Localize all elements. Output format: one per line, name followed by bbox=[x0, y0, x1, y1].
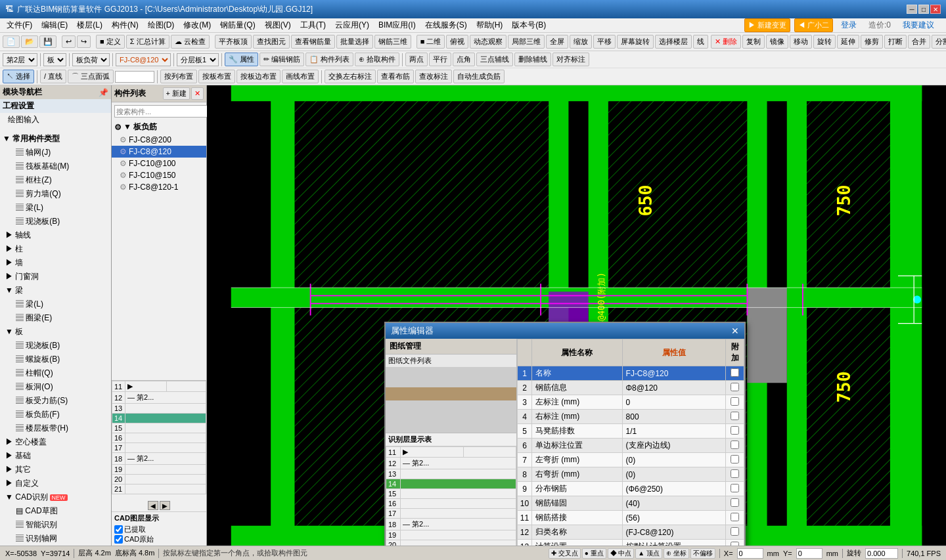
sidebar-item-raft[interactable]: ▤ 筏板基础(M) bbox=[0, 160, 111, 173]
screen-rotate-btn[interactable]: 屏幕旋转 bbox=[617, 35, 654, 49]
sidebar-item-settings[interactable]: 工程设置 bbox=[0, 99, 111, 113]
2d-btn[interactable]: ■ 二维 bbox=[417, 35, 445, 49]
sidebar-item-ring-beam[interactable]: ▤ 圈梁(E) bbox=[0, 311, 111, 325]
del-aux-btn[interactable]: 删除辅线 bbox=[514, 53, 551, 66]
prop-row-2[interactable]: 2 钢筋信息 Φ8@120 bbox=[518, 381, 744, 395]
select-mode-btn[interactable]: ↖ 选择 bbox=[3, 70, 34, 83]
property-btn[interactable]: 🔧 属性 bbox=[225, 53, 258, 66]
comp-item-c10-150[interactable]: ⚙ FJ-C10@150 bbox=[112, 169, 206, 181]
sidebar-item-other[interactable]: ▶ 其它 bbox=[0, 463, 111, 477]
attach-5[interactable] bbox=[731, 426, 739, 435]
minimize-button[interactable]: ─ bbox=[907, 5, 917, 14]
delete-icon-btn[interactable]: ✕ 删除 bbox=[711, 35, 741, 49]
rotate-input[interactable] bbox=[865, 548, 898, 559]
prop-row-5[interactable]: 5 马凳筋排数 1/1 bbox=[518, 424, 744, 439]
comp-item-c8-120[interactable]: ⚙ FJ-C8@120 bbox=[112, 146, 206, 158]
sidebar-item-cad[interactable]: ▼ CAD识别 NEW bbox=[0, 490, 111, 504]
sidebar-item-axis[interactable]: ▤ 轴网(J) bbox=[0, 146, 111, 160]
sidebar-item-beam-section[interactable]: ▼ 梁 bbox=[0, 284, 111, 297]
zoom-btn[interactable]: 缩放 bbox=[570, 35, 592, 49]
prop-row-8[interactable]: 8 右弯折 (mm) (0) bbox=[518, 467, 744, 482]
trim-btn[interactable]: 修剪 bbox=[861, 35, 883, 49]
sidebar-item-common[interactable]: ▼ 常用构件类型 bbox=[0, 132, 111, 146]
prop-row-13[interactable]: 13 计算设置 按默认计算设置 bbox=[518, 540, 744, 546]
comp-item-c8-200[interactable]: ⚙ FJ-C8@200 bbox=[112, 134, 206, 146]
comp-name-select[interactable]: FJ-C8@120 bbox=[116, 53, 171, 66]
menu-steel[interactable]: 钢筋量(Q) bbox=[216, 18, 259, 32]
pan-btn[interactable]: 平移 bbox=[593, 35, 616, 49]
sidebar-item-cast-slab[interactable]: ▤ 现浇板(B) bbox=[0, 339, 111, 353]
sidebar-item-neg-bar[interactable]: ▤ 板负筋(F) bbox=[0, 408, 111, 421]
line-mode-btn[interactable]: / 直线 bbox=[40, 70, 66, 83]
menu-component[interactable]: 构件(N) bbox=[108, 18, 143, 32]
find-elem-btn[interactable]: 查找图元 bbox=[253, 35, 290, 49]
attach-7[interactable] bbox=[731, 455, 739, 463]
attach-13[interactable] bbox=[731, 542, 739, 546]
sidebar-item-recog-axis[interactable]: ▤ 识别轴网 bbox=[0, 532, 111, 546]
sidebar-item-wall-section[interactable]: ▶ 墙 bbox=[0, 256, 111, 270]
cad-original-check[interactable] bbox=[114, 535, 123, 544]
undo-btn[interactable]: ↩ bbox=[62, 35, 76, 48]
prop-row-10[interactable]: 10 钢筋锚固 (40) bbox=[518, 496, 744, 511]
already-extracted-check[interactable] bbox=[114, 525, 123, 534]
define-btn[interactable]: ■ 定义 bbox=[96, 35, 125, 49]
snap-node-btn[interactable]: ● 重点 bbox=[582, 548, 606, 559]
parallel-btn[interactable]: 平行 bbox=[429, 53, 451, 66]
snap-top-btn[interactable]: ▲ 顶点 bbox=[635, 548, 662, 559]
copy-btn[interactable]: 复制 bbox=[742, 35, 765, 49]
menu-version[interactable]: 版本号(B) bbox=[508, 18, 550, 32]
sidebar-item-shear[interactable]: ▤ 剪力墙(Q) bbox=[0, 187, 111, 201]
coord-x-input[interactable] bbox=[737, 548, 763, 559]
subtype-select[interactable]: 板负荷 bbox=[72, 53, 110, 66]
sidebar-item-col-cap[interactable]: ▤ 柱帽(Q) bbox=[0, 366, 111, 380]
edit-steel-btn[interactable]: ✏ 编辑钢筋 bbox=[259, 53, 304, 66]
new-change-btn[interactable]: ▶ 新建变更 bbox=[744, 18, 790, 32]
line-btn[interactable]: 线 bbox=[693, 35, 708, 49]
menu-draw[interactable]: 绘图(D) bbox=[144, 18, 179, 32]
view-note-btn[interactable]: 查改标注 bbox=[415, 70, 452, 83]
sidebar-item-foundation[interactable]: ▶ 基础 bbox=[0, 449, 111, 463]
sidebar-item-board-section[interactable]: ▼ 板 bbox=[0, 325, 111, 339]
new-btn[interactable]: 📄 bbox=[3, 35, 20, 48]
by-col-btn[interactable]: 按列布置 bbox=[160, 70, 197, 83]
select-layer-btn[interactable]: 选择楼层 bbox=[655, 35, 692, 49]
del-comp-btn[interactable]: ✕ bbox=[191, 87, 204, 100]
drawing-area[interactable]: 650 750 650 750 C8@400(附加) bbox=[207, 85, 946, 546]
align-note-btn[interactable]: 对齐标注 bbox=[552, 53, 589, 66]
steel3d-btn[interactable]: 钢筋三维 bbox=[374, 35, 411, 49]
snap-cross-btn[interactable]: ✚ 交叉点 bbox=[549, 548, 581, 559]
view-steel-btn[interactable]: 查看钢筋量 bbox=[291, 35, 335, 49]
two-point-btn[interactable]: 两点 bbox=[405, 53, 428, 66]
attach-1[interactable] bbox=[731, 368, 739, 377]
sidebar-item-smart-recog[interactable]: ▤ 智能识别 bbox=[0, 518, 111, 532]
gd-two-btn[interactable]: ◀ 广小二 bbox=[794, 18, 833, 32]
prop-row-9[interactable]: 9 分布钢筋 (Φ6@250) bbox=[518, 482, 744, 496]
sidebar-item-hollow[interactable]: ▶ 空心楼盖 bbox=[0, 435, 111, 449]
cut-btn[interactable]: 打断 bbox=[884, 35, 907, 49]
line-input[interactable] bbox=[115, 71, 154, 83]
menu-cloud[interactable]: 云应用(Y) bbox=[331, 18, 373, 32]
prop-row-11[interactable]: 11 钢筋搭接 (56) bbox=[518, 511, 744, 525]
prop-row-12[interactable]: 12 归类名称 (FJ-C8@120) bbox=[518, 525, 744, 540]
arc-mode-btn[interactable]: ⌒ 三点面弧 bbox=[68, 70, 114, 83]
attach-6[interactable] bbox=[731, 441, 739, 449]
mirror-btn[interactable]: 镜像 bbox=[766, 35, 788, 49]
redo-btn[interactable]: ↪ bbox=[77, 35, 91, 48]
auto-neg-btn[interactable]: 自动生成负筋 bbox=[453, 70, 505, 83]
extend-btn[interactable]: 延伸 bbox=[837, 35, 859, 49]
comp-item-c8-120-1[interactable]: ⚙ FJ-C8@120-1 bbox=[112, 181, 206, 193]
sidebar-item-slab[interactable]: ▤ 现浇板(B) bbox=[0, 215, 111, 228]
prop-row-4[interactable]: 4 右标注 (mm) 800 bbox=[518, 410, 744, 424]
save-btn[interactable]: 💾 bbox=[39, 35, 56, 48]
sidebar-item-col[interactable]: ▤ 框柱(Z) bbox=[0, 173, 111, 187]
pick-comp-btn[interactable]: ⊕ 拾取构件 bbox=[355, 53, 399, 66]
attach-3[interactable] bbox=[731, 397, 739, 406]
sidebar-item-beam[interactable]: ▤ 梁(L) bbox=[0, 201, 111, 215]
prop-row-6[interactable]: 6 单边标注位置 (支座内边线) bbox=[518, 439, 744, 453]
cloud-check-btn[interactable]: ☁ 云检查 bbox=[171, 35, 210, 49]
coord-y-input[interactable] bbox=[796, 548, 822, 559]
fullscreen-btn[interactable]: 全屏 bbox=[546, 35, 568, 49]
attach-10[interactable] bbox=[731, 498, 739, 507]
menu-tool[interactable]: 工具(T) bbox=[296, 18, 330, 32]
menu-view[interactable]: 视图(V) bbox=[261, 18, 295, 32]
